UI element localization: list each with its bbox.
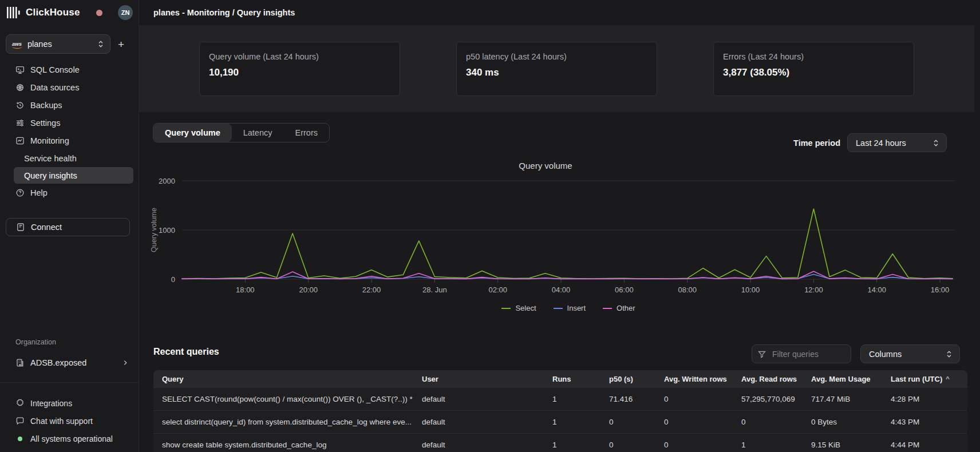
sidebar-item-query-insights[interactable]: Query insights bbox=[14, 167, 133, 184]
svg-text:16:00: 16:00 bbox=[931, 286, 950, 294]
table-cell: 0 bbox=[655, 388, 733, 410]
time-period-select[interactable]: Last 24 hours bbox=[847, 133, 947, 152]
table-cell: 1 bbox=[544, 411, 600, 433]
sidebar-divider bbox=[0, 382, 139, 383]
table-cell: select distrinct(query_id) from system.d… bbox=[153, 411, 413, 433]
legend-item-select[interactable]: Select bbox=[501, 304, 536, 312]
table-cell: show create table system.distributed_cac… bbox=[153, 434, 413, 452]
svg-text:12:00: 12:00 bbox=[804, 286, 823, 294]
time-period-label: Time period bbox=[793, 138, 840, 148]
sidebar-item-help[interactable]: Help bbox=[0, 184, 139, 201]
service-selector[interactable]: aws planes bbox=[6, 34, 110, 54]
stat-card-value: 340 ms bbox=[466, 67, 647, 78]
svg-text:14:00: 14:00 bbox=[867, 286, 886, 294]
sidebar-item-service-health[interactable]: Service health bbox=[0, 149, 139, 167]
sidebar-item-sql-console[interactable]: SQL Console bbox=[0, 61, 139, 78]
table-cell: 0 bbox=[655, 434, 733, 452]
chevron-right-icon bbox=[122, 359, 129, 366]
stat-card-label: Errors (Last 24 hours) bbox=[723, 52, 904, 61]
backups-icon bbox=[15, 101, 25, 110]
svg-text:20:00: 20:00 bbox=[299, 286, 318, 294]
sidebar-item-label: Data sources bbox=[30, 83, 79, 92]
integrations-icon bbox=[15, 399, 25, 408]
table-cell: 4:28 PM bbox=[882, 388, 967, 410]
breadcrumb: planes - Monitoring / Query insights bbox=[153, 8, 295, 17]
stat-card: Errors (Last 24 hours) 3,877 (38.05%) bbox=[713, 42, 914, 96]
filter-queries-input-wrap[interactable] bbox=[752, 344, 851, 363]
table-row[interactable]: select distrinct(query_id) from system.d… bbox=[153, 410, 967, 433]
column-header-avg-mem-usage[interactable]: Avg. Mem Usage bbox=[803, 370, 882, 387]
help-icon bbox=[15, 188, 25, 197]
sidebar-item-backups[interactable]: Backups bbox=[0, 96, 139, 114]
table-row[interactable]: show create table system.distributed_cac… bbox=[153, 433, 967, 452]
column-header-user[interactable]: User bbox=[413, 370, 544, 387]
table-cell: 0 bbox=[600, 411, 655, 433]
legend-label: Other bbox=[617, 304, 635, 312]
tab-errors[interactable]: Errors bbox=[284, 124, 329, 142]
connect-icon bbox=[16, 223, 25, 232]
organization-name: ADSB.exposed bbox=[30, 358, 86, 367]
column-header-p50-s-[interactable]: p50 (s) bbox=[600, 370, 655, 387]
stat-card-label: Query volume (Last 24 hours) bbox=[209, 52, 390, 61]
table-cell: 9.15 KiB bbox=[803, 434, 882, 452]
table-cell: 1 bbox=[544, 388, 600, 410]
svg-text:08:00: 08:00 bbox=[678, 286, 697, 294]
table-cell: 717.47 MiB bbox=[803, 388, 882, 410]
columns-select[interactable]: Columns bbox=[860, 344, 960, 363]
sidebar-item-data-sources[interactable]: Data sources bbox=[0, 78, 139, 96]
footer-item-chat-with-support[interactable]: Chat with support bbox=[0, 412, 139, 430]
chat-icon bbox=[15, 417, 25, 426]
table-cell: default bbox=[413, 388, 544, 410]
column-header-last-run-utc-[interactable]: Last run (UTC)^ bbox=[882, 370, 967, 387]
column-header-avg-read-rows[interactable]: Avg. Read rows bbox=[733, 370, 803, 387]
svg-text:28. Jun: 28. Jun bbox=[422, 286, 447, 294]
footer-item-all-systems-operational[interactable]: All systems operational bbox=[0, 430, 139, 447]
legend-label: Select bbox=[515, 304, 536, 312]
monitoring-icon bbox=[15, 136, 25, 145]
legend-item-insert[interactable]: Insert bbox=[554, 304, 586, 312]
column-header-runs[interactable]: Runs bbox=[544, 370, 600, 387]
table-cell: 4:44 PM bbox=[882, 434, 967, 452]
table-cell: 57,295,770,069 bbox=[733, 388, 803, 410]
table-cell: 1 bbox=[544, 434, 600, 452]
table-cell: 0 bbox=[733, 411, 803, 433]
column-header-query[interactable]: Query bbox=[153, 370, 413, 387]
sort-asc-icon: ^ bbox=[946, 375, 949, 382]
svg-text:0: 0 bbox=[171, 275, 175, 284]
sidebar-item-monitoring[interactable]: Monitoring bbox=[0, 132, 139, 149]
legend-swatch-icon bbox=[554, 308, 563, 309]
stat-card-label: p50 latency (Last 24 hours) bbox=[466, 52, 647, 61]
legend-item-other[interactable]: Other bbox=[603, 304, 635, 312]
time-period-value: Last 24 hours bbox=[856, 138, 906, 148]
tab-latency[interactable]: Latency bbox=[232, 124, 284, 142]
add-service-button[interactable]: + bbox=[118, 39, 124, 50]
svg-text:02:00: 02:00 bbox=[488, 286, 507, 294]
recent-queries-title: Recent queries bbox=[153, 347, 219, 357]
connect-button[interactable]: Connect bbox=[6, 218, 130, 236]
sidebar: ClickHouse ZN aws planes + SQL ConsoleDa… bbox=[0, 0, 139, 452]
footer-item-integrations[interactable]: Integrations bbox=[0, 394, 139, 412]
avatar[interactable]: ZN bbox=[118, 5, 133, 20]
logo-text[interactable]: ClickHouse bbox=[26, 7, 80, 18]
chevron-updown-icon bbox=[946, 350, 953, 358]
svg-text:18:00: 18:00 bbox=[236, 286, 255, 294]
stat-card-value: 3,877 (38.05%) bbox=[723, 67, 904, 78]
filter-queries-input[interactable] bbox=[771, 349, 840, 359]
footer-item-label: All systems operational bbox=[30, 434, 113, 443]
tab-query-volume[interactable]: Query volume bbox=[153, 124, 232, 142]
main-content: planes - Monitoring / Query insights Que… bbox=[139, 0, 980, 452]
notification-dot-icon[interactable] bbox=[96, 10, 102, 16]
clickhouse-logo-icon[interactable] bbox=[7, 7, 21, 18]
column-header-avg-written-rows[interactable]: Avg. Written rows bbox=[655, 370, 733, 387]
table-row[interactable]: SELECT CAST(round(pow(count() / max(coun… bbox=[153, 387, 967, 410]
sidebar-item-label: Monitoring bbox=[30, 136, 69, 145]
organization-item[interactable]: ADSB.exposed bbox=[0, 354, 139, 371]
filter-icon bbox=[758, 350, 766, 358]
sidebar-item-label: Service health bbox=[24, 154, 77, 163]
stat-card: p50 latency (Last 24 hours) 340 ms bbox=[456, 42, 657, 96]
svg-text:2000: 2000 bbox=[159, 177, 175, 185]
sidebar-item-label: Query insights bbox=[24, 171, 77, 180]
sidebar-item-label: Help bbox=[30, 188, 48, 197]
sidebar-item-settings[interactable]: Settings bbox=[0, 114, 139, 132]
building-icon bbox=[15, 358, 25, 367]
